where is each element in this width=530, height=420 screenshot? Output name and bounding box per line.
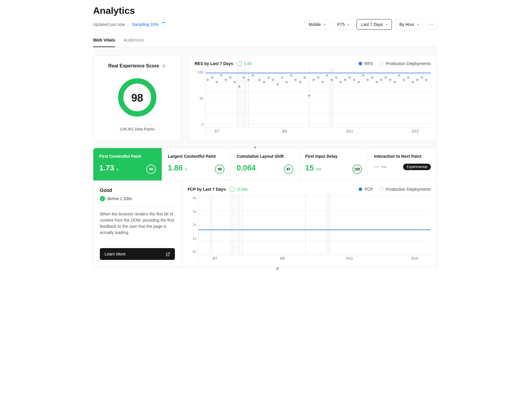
svg-point-21	[290, 74, 292, 77]
svg-point-34	[349, 77, 351, 79]
svg-point-2	[207, 79, 209, 81]
svg-point-16	[267, 77, 270, 79]
svg-point-50	[421, 77, 423, 79]
legend-res: RES	[359, 61, 373, 66]
dashed-circle-icon	[379, 187, 383, 191]
svg-point-18	[276, 83, 279, 86]
legend-fcp: FCP	[359, 187, 373, 192]
metric-lcp[interactable]: Largest Contentful Paint 1.86 s 98	[162, 148, 231, 180]
svg-point-41	[380, 79, 382, 81]
rating-label: Good	[100, 188, 175, 193]
metric-cls[interactable]: Cumulative Layout Shift 0.064 97	[231, 148, 299, 180]
experimental-badge: Experimental	[403, 164, 431, 170]
legend-deployments: Production Deployments	[379, 187, 431, 192]
fcp-y-axis: 4s 3s 2s 1s 0s	[188, 194, 198, 262]
svg-point-6	[225, 79, 227, 81]
res-score-value: 98	[117, 77, 158, 119]
more-menu-button[interactable]: ⋯	[426, 19, 437, 30]
svg-point-51	[425, 79, 428, 81]
score-ring: 97	[284, 165, 293, 174]
updated-text: Updated just now	[93, 22, 125, 27]
fcp-chart-card: FCP by Last 7 Days ↓ -0.04s FCP Producti…	[182, 181, 437, 267]
metric-fcp[interactable]: First Contentful Paint 1.73 s 98	[93, 148, 162, 180]
legend-deployments: Production Deployments	[379, 61, 431, 66]
data-points-pill: 128,351 Data Points	[115, 125, 160, 133]
date-range-select[interactable]: Last 7 Days▾	[357, 19, 392, 30]
metric-description: When the browser renders the first bit o…	[100, 211, 175, 236]
svg-point-42	[385, 77, 387, 79]
score-ring: 100	[352, 165, 362, 174]
svg-point-29	[326, 74, 328, 77]
external-link-icon	[166, 252, 170, 256]
granularity-select[interactable]: By Hour▾	[395, 19, 423, 30]
chevron-down-icon: ▾	[417, 23, 419, 26]
svg-point-33	[344, 79, 346, 81]
res-delta: ↑ 1.45	[237, 61, 252, 66]
svg-point-3	[211, 77, 213, 79]
res-plot[interactable]: 3/7 3/9 3/11 3/13	[205, 69, 431, 135]
sampling-link[interactable]: Sampling 10%	[132, 22, 158, 27]
learn-more-button[interactable]: Learn More	[100, 248, 175, 260]
svg-point-17	[272, 79, 274, 81]
score-ring: 98	[146, 165, 156, 174]
chevron-down-icon: ▾	[324, 23, 326, 26]
svg-point-5	[220, 74, 223, 77]
svg-point-38	[367, 79, 369, 81]
loading-spinner-icon	[161, 22, 166, 27]
info-icon[interactable]: i	[161, 64, 166, 68]
chevron-down-icon: ▾	[386, 23, 387, 26]
tab-web-vitals[interactable]: Web Vitals	[93, 37, 115, 47]
percentile-select[interactable]: P75▾	[333, 19, 354, 30]
svg-point-45	[398, 74, 400, 77]
svg-point-26	[312, 79, 315, 81]
score-ring: 98	[215, 165, 224, 174]
fcp-x-axis: 3/7 3/9 3/11 3/13	[198, 255, 431, 262]
svg-point-22	[294, 79, 297, 81]
metrics-tabs: First Contentful Paint 1.73 s 98 Largest…	[93, 148, 437, 181]
arrow-down-icon: ↓	[229, 187, 235, 192]
svg-point-43	[389, 79, 391, 81]
threshold-text: Below 2.336s	[107, 196, 132, 201]
svg-point-70	[276, 267, 279, 270]
svg-point-9	[238, 85, 241, 88]
res-y-axis: 100 50 0	[195, 69, 205, 135]
metric-fid[interactable]: First Input Delay 15 ms 100	[299, 148, 368, 180]
check-circle-icon: ✓	[100, 196, 105, 201]
svg-point-24	[304, 77, 306, 79]
svg-line-52	[168, 252, 170, 254]
tab-audiences[interactable]: Audiences	[123, 37, 144, 47]
res-title: Real Experience Score	[108, 63, 159, 69]
metric-inp[interactable]: Interaction to Next Paint — ms Experimen…	[368, 148, 437, 180]
svg-point-19	[281, 77, 283, 79]
fcp-plot[interactable]: 3/7 3/9 3/11 3/13	[198, 194, 431, 262]
arrow-up-icon: ↑	[237, 61, 242, 66]
dot-icon	[359, 62, 362, 65]
svg-point-35	[353, 79, 355, 81]
fcp-delta: ↓ -0.04s	[229, 187, 248, 192]
svg-point-27	[317, 77, 319, 79]
svg-point-30	[331, 79, 333, 81]
res-chart-card: RES by Last 7 Days ↑ 1.45 RES Production…	[188, 55, 437, 141]
svg-point-14	[259, 79, 261, 81]
page-title: Analytics	[93, 5, 437, 16]
res-chart-title: RES by Last 7 Days	[195, 61, 233, 66]
res-x-axis: 3/7 3/9 3/11 3/13	[206, 128, 431, 135]
res-score-card: Real Experience Score i 98 128,351 Data …	[93, 55, 181, 141]
svg-point-49	[416, 79, 418, 81]
svg-point-37	[362, 74, 365, 77]
svg-point-31	[335, 77, 337, 79]
svg-point-7	[229, 77, 231, 79]
svg-point-39	[371, 77, 373, 79]
svg-point-47	[407, 77, 410, 79]
fcp-chart-title: FCP by Last 7 Days	[188, 187, 226, 192]
dot-icon	[359, 187, 362, 191]
chevron-down-icon: ▾	[347, 23, 349, 26]
more-horizontal-icon: ⋯	[429, 22, 434, 27]
dashed-circle-icon	[379, 62, 383, 66]
svg-point-46	[403, 79, 405, 81]
device-select[interactable]: Mobile▾	[304, 19, 330, 30]
metric-detail-panel: Good ✓ Below 2.336s When the browser ren…	[93, 181, 182, 267]
svg-point-12	[252, 74, 254, 77]
